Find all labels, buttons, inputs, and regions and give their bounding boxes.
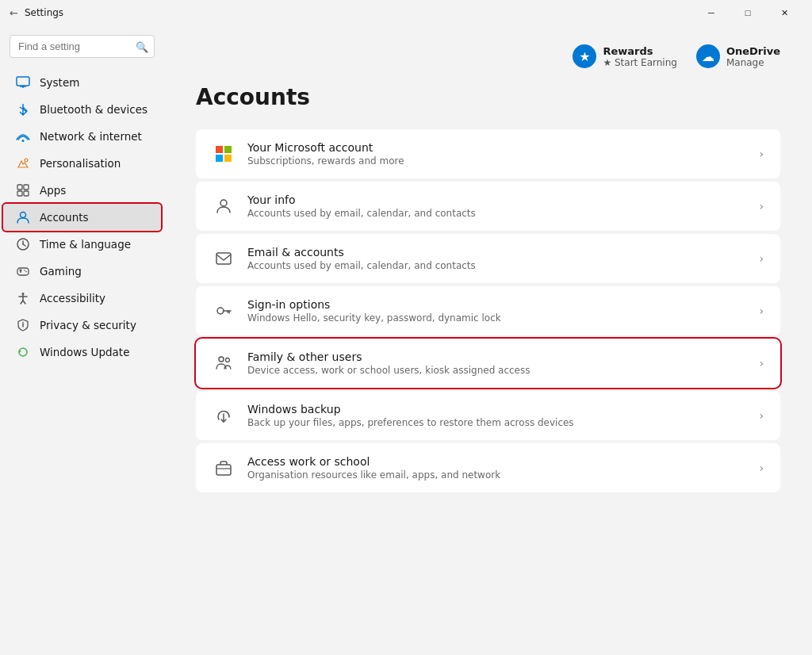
- apps-icon: [16, 183, 30, 197]
- app-title: Settings: [25, 7, 63, 18]
- signin-options-text: Sign-in optionsWindows Hello, security k…: [247, 298, 746, 324]
- title-bar-controls: ─ □ ✕: [693, 0, 802, 25]
- sidebar-item-update[interactable]: Windows Update: [3, 339, 161, 366]
- nav-items-container: SystemBluetooth & devicesNetwork & inter…: [0, 69, 164, 366]
- search-input[interactable]: [10, 35, 155, 58]
- email-accounts-icon: [213, 247, 235, 270]
- your-info-icon: [213, 195, 235, 217]
- svg-rect-6: [17, 185, 22, 190]
- svg-point-18: [24, 270, 25, 271]
- sidebar-item-time[interactable]: Time & language: [3, 231, 161, 258]
- your-info-title: Your info: [247, 193, 746, 206]
- chevron-right-icon: ›: [759, 252, 764, 265]
- minimize-button[interactable]: ─: [693, 0, 730, 25]
- rewards-text: Rewards ★ Start Earning: [603, 45, 677, 68]
- svg-point-20: [22, 293, 25, 295]
- svg-point-38: [226, 358, 230, 362]
- family-users-icon: [213, 352, 235, 374]
- chevron-right-icon: ›: [759, 357, 764, 370]
- chevron-right-icon: ›: [759, 200, 764, 213]
- rewards-sub: ★ Start Earning: [603, 57, 677, 68]
- windows-backup-icon: [213, 404, 235, 427]
- sidebar-item-gaming[interactable]: Gaming: [3, 258, 161, 285]
- back-icon[interactable]: ←: [10, 7, 18, 19]
- email-accounts-desc: Accounts used by email, calendar, and co…: [247, 260, 746, 271]
- svg-rect-14: [17, 268, 29, 275]
- sidebar-item-system[interactable]: System: [3, 69, 161, 96]
- accounts-icon: [16, 210, 30, 224]
- sidebar-item-accounts[interactable]: Accounts: [3, 204, 161, 231]
- sidebar-item-apps[interactable]: Apps: [3, 177, 161, 204]
- chevron-right-icon: ›: [759, 305, 764, 317]
- microsoft-account-title: Your Microsoft account: [247, 141, 746, 154]
- work-school-desc: Organisation resources like email, apps,…: [247, 469, 746, 481]
- svg-rect-0: [17, 77, 29, 86]
- bluetooth-icon: [16, 102, 30, 117]
- onedrive-item[interactable]: ☁ OneDrive Manage: [696, 44, 780, 68]
- svg-rect-8: [17, 191, 22, 196]
- rewards-icon: ★: [573, 44, 596, 68]
- gaming-icon: [16, 264, 30, 278]
- sidebar-item-bluetooth[interactable]: Bluetooth & devices: [3, 96, 161, 123]
- svg-point-4: [22, 140, 25, 142]
- email-accounts-title: Email & accounts: [247, 246, 746, 259]
- chevron-right-icon: ›: [759, 147, 764, 160]
- svg-rect-28: [224, 146, 232, 153]
- onedrive-text: OneDrive Manage: [726, 45, 780, 68]
- main-content: ★ Rewards ★ Start Earning ☁ OneDrive Man…: [164, 25, 812, 655]
- settings-item-email-accounts[interactable]: Email & accountsAccounts used by email, …: [196, 234, 780, 283]
- svg-point-26: [22, 322, 24, 324]
- email-accounts-text: Email & accountsAccounts used by email, …: [247, 246, 746, 271]
- settings-item-microsoft-account[interactable]: Your Microsoft accountSubscriptions, rew…: [196, 129, 780, 178]
- privacy-icon: [16, 318, 30, 332]
- svg-rect-29: [216, 155, 223, 162]
- microsoft-account-icon: [213, 143, 235, 165]
- time-icon: [16, 237, 30, 251]
- personalisation-icon: [16, 156, 30, 170]
- signin-options-desc: Windows Hello, security key, password, d…: [247, 312, 746, 324]
- svg-point-19: [25, 271, 27, 273]
- system-icon: [16, 75, 30, 90]
- svg-line-13: [23, 244, 25, 246]
- svg-rect-27: [216, 146, 223, 153]
- settings-item-work-school[interactable]: Access work or schoolOrganisation resour…: [196, 443, 780, 492]
- search-box: 🔍: [10, 35, 155, 58]
- svg-rect-7: [24, 185, 29, 190]
- svg-point-31: [220, 200, 227, 206]
- title-bar-left: ← Settings: [10, 7, 63, 19]
- network-icon: [16, 129, 30, 144]
- svg-point-10: [21, 213, 26, 218]
- close-button[interactable]: ✕: [766, 0, 802, 25]
- svg-line-24: [23, 301, 25, 304]
- settings-item-windows-backup[interactable]: Windows backupBack up your files, apps, …: [196, 391, 780, 440]
- sidebar-item-label-accounts: Accounts: [40, 211, 89, 224]
- signin-options-icon: [213, 300, 235, 322]
- sidebar-item-privacy[interactable]: Privacy & security: [3, 312, 161, 339]
- settings-item-signin-options[interactable]: Sign-in optionsWindows Hello, security k…: [196, 286, 780, 335]
- rewards-item[interactable]: ★ Rewards ★ Start Earning: [573, 44, 677, 68]
- sidebar-item-network[interactable]: Network & internet: [3, 123, 161, 150]
- your-info-text: Your infoAccounts used by email, calenda…: [247, 193, 746, 219]
- work-school-text: Access work or schoolOrganisation resour…: [247, 455, 746, 481]
- sidebar-item-personalisation[interactable]: Personalisation: [3, 150, 161, 177]
- search-icon: 🔍: [136, 40, 148, 52]
- sidebar-item-label-personalisation: Personalisation: [40, 157, 121, 170]
- svg-rect-32: [216, 253, 231, 264]
- sidebar-item-accessibility[interactable]: Accessibility: [3, 285, 161, 312]
- svg-rect-9: [24, 191, 29, 196]
- svg-point-37: [219, 357, 224, 362]
- sidebar-item-label-accessibility: Accessibility: [40, 292, 105, 305]
- sidebar-item-label-gaming: Gaming: [40, 265, 82, 278]
- family-users-desc: Device access, work or school users, kio…: [247, 365, 746, 376]
- sidebar-item-label-apps: Apps: [40, 184, 66, 197]
- settings-item-family-users[interactable]: Family & other usersDevice access, work …: [196, 339, 780, 388]
- settings-item-your-info[interactable]: Your infoAccounts used by email, calenda…: [196, 182, 780, 231]
- windows-backup-desc: Back up your files, apps, preferences to…: [247, 417, 746, 428]
- update-icon: [16, 345, 30, 359]
- restore-button[interactable]: □: [730, 0, 766, 25]
- svg-rect-30: [224, 155, 232, 162]
- rewards-label: Rewards: [603, 45, 677, 57]
- sidebar-item-label-time: Time & language: [40, 238, 131, 251]
- chevron-right-icon: ›: [759, 409, 764, 422]
- onedrive-icon: ☁: [696, 44, 720, 68]
